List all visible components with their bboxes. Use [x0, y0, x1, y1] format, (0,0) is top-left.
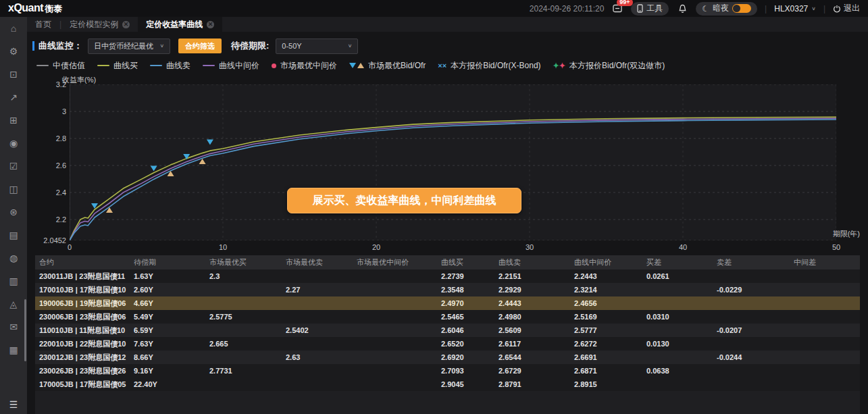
table-cell: 2.6920	[437, 351, 494, 364]
tab-yield-curve[interactable]: 定价收益率曲线 ✕	[138, 17, 222, 32]
column-header[interactable]: 曲线中间价	[570, 255, 642, 269]
table-row[interactable]: 230011JB | 23附息国债111.63Y2.32.27392.21512…	[35, 269, 860, 283]
chevron-down-icon: ∨	[159, 43, 164, 49]
legend-item-market-best-mid[interactable]: 市场最优中间价	[272, 60, 337, 72]
sidebar-item-home[interactable]: ⌂	[0, 17, 27, 40]
table-row[interactable]: 170005JB | 17附息国债0522.40Y2.90452.87912.8…	[35, 378, 860, 391]
close-icon[interactable]: ✕	[207, 21, 214, 28]
legend-label: 曲线中间价	[219, 60, 259, 72]
legend-item-cdb-valuation[interactable]: 中债估值	[36, 60, 85, 72]
sidebar-item-analytics[interactable]: ↗	[0, 86, 27, 109]
table-row[interactable]: 230026JB | 23附息国债269.16Y2.77312.70932.67…	[35, 364, 860, 378]
theme-toggle[interactable]	[732, 4, 751, 13]
table-cell: 2.3214	[570, 283, 642, 296]
table-cell: 2.6544	[494, 351, 570, 364]
table-cell: 2.8791	[494, 378, 570, 391]
table-cell: 22.40Y	[130, 378, 205, 391]
table-row[interactable]: 230012JB | 23附息国债128.66Y2.632.69202.6544…	[35, 351, 860, 364]
theme-switcher[interactable]: ☾ 暗夜	[696, 2, 757, 16]
table-cell: 2.6272	[570, 337, 642, 351]
table-cell	[353, 296, 437, 310]
legend-item-curve-mid[interactable]: 曲线中间价	[203, 60, 259, 72]
column-header[interactable]: 市场最优买	[205, 255, 282, 269]
tab-home[interactable]: 首页	[27, 17, 59, 32]
logout-label: 退出	[844, 3, 860, 14]
sidebar-item-coin[interactable]: ◍	[0, 247, 27, 269]
sidebar-item-document[interactable]: ▤	[0, 224, 27, 247]
table-cell: 230026JB | 23附息国债26	[35, 364, 130, 378]
sidebar-item-modules[interactable]: ⊞	[0, 109, 27, 132]
message-icon: ✉	[9, 321, 18, 332]
plot-area[interactable]	[70, 84, 836, 240]
column-header[interactable]: 中间差	[790, 255, 860, 269]
table-cell: 2.6520	[437, 337, 494, 351]
message-badge: 99+	[617, 0, 632, 6]
sidebar-item-settings[interactable]: ⚙	[0, 40, 27, 63]
logout-button[interactable]: 退出	[833, 3, 860, 14]
analytics-icon: ↗	[9, 92, 18, 103]
tab-pricing-model[interactable]: 定价模型实例 ✕	[61, 17, 138, 32]
sidebar-item-terminal[interactable]: ⊡	[0, 63, 27, 86]
legend-item-market-best-bidofr[interactable]: 市场最优Bid/Ofr	[349, 60, 426, 72]
table-cell	[642, 378, 713, 391]
table-cell	[282, 269, 353, 283]
close-icon[interactable]: ✕	[122, 21, 130, 28]
tab-label: 定价收益率曲线	[146, 19, 203, 30]
contract-filter-button[interactable]: 合约筛选	[178, 38, 222, 53]
column-header[interactable]: 合约	[35, 255, 130, 269]
sidebar-item-shield-check[interactable]: ☑	[0, 155, 27, 178]
table-row[interactable]: 110010JB | 11附息国债106.59Y2.54022.60462.56…	[35, 324, 860, 337]
table-cell	[790, 269, 860, 283]
notifications-button[interactable]	[676, 3, 688, 14]
column-header[interactable]: 市场最优卖	[282, 255, 353, 269]
sidebar-item-currency-globe[interactable]: ⊛	[0, 201, 27, 224]
table-cell: 2.5465	[437, 310, 494, 324]
table-row[interactable]: 230006JB | 23附息国债065.49Y2.57752.54652.49…	[35, 310, 860, 324]
table-cell: 0.0638	[642, 364, 713, 378]
legend-item-curve-bid[interactable]: 曲线买	[97, 60, 138, 72]
table-cell	[713, 337, 790, 351]
sidebar-item-bank[interactable]: ◫	[0, 178, 27, 201]
table-cell: 0.0130	[642, 337, 713, 351]
y-axis-title: 收益率(%)	[62, 75, 96, 85]
home-icon: ⌂	[11, 23, 16, 34]
tools-button[interactable]: 工具	[631, 2, 669, 16]
column-header[interactable]: 卖差	[713, 255, 790, 269]
sidebar-scrollbar[interactable]	[24, 299, 26, 361]
toggle-knob	[733, 5, 740, 12]
column-header[interactable]: 待偿期	[130, 255, 205, 269]
sidebar-item-message[interactable]: ✉	[0, 315, 27, 338]
column-header[interactable]: 买差	[642, 255, 713, 269]
table-row[interactable]: 170010JB | 17附息国债102.60Y2.272.35482.2929…	[35, 283, 860, 296]
user-menu[interactable]: HLX0327 ∨	[774, 4, 816, 14]
tenor-select-value: 0-50Y	[282, 42, 301, 50]
column-header[interactable]: 曲线卖	[494, 255, 570, 269]
legend-item-curve-ofr[interactable]: 曲线卖	[150, 60, 190, 72]
table-cell: 2.5775	[205, 310, 282, 324]
table-cell: 1.63Y	[130, 269, 205, 283]
table-cell	[790, 378, 860, 391]
table-row[interactable]: 190006JB | 19附息国债064.66Y2.49702.44432.46…	[35, 296, 860, 310]
tenor-select[interactable]: 0-50Y ∨	[276, 38, 358, 54]
table-row[interactable]: 220010JB | 22附息国债107.63Y2.6652.65202.611…	[35, 337, 860, 351]
table-cell: 2.3548	[437, 283, 494, 296]
monitor-select[interactable]: 日中货币经纪最优 ∨	[88, 38, 170, 54]
table-cell: 5.49Y	[130, 310, 205, 324]
table-cell	[282, 378, 353, 391]
tab-label: 定价模型实例	[70, 19, 118, 30]
sidebar-item-alarm[interactable]: ◬	[0, 292, 27, 315]
sidebar-item-gallery[interactable]: ▦	[0, 338, 27, 361]
sidebar-item-target[interactable]: ◉	[0, 132, 27, 155]
legend-item-own-quote-xbond[interactable]: ××本方报价Bid/Ofr(X-Bond)	[438, 60, 540, 72]
table-cell	[642, 296, 713, 310]
column-header[interactable]: 市场最优中间价	[353, 255, 437, 269]
tab-label: 首页	[35, 19, 51, 30]
sidebar-item-panel[interactable]: ▥	[0, 269, 27, 292]
menu-icon[interactable]: ☰	[0, 399, 27, 410]
column-header[interactable]: 曲线买	[437, 255, 494, 269]
message-button[interactable]: 99+	[611, 3, 623, 14]
table-cell	[713, 364, 790, 378]
table-cell	[642, 351, 713, 364]
y-tick-label: 2.4	[35, 188, 66, 197]
legend-item-own-quote-market-making[interactable]: ✦✦本方报价Bid/Ofr(双边做市)	[553, 60, 665, 72]
